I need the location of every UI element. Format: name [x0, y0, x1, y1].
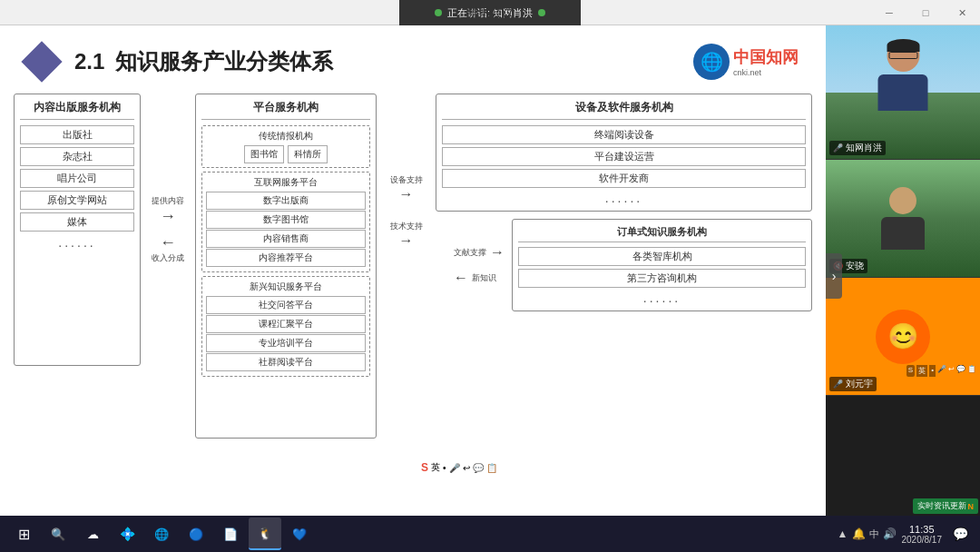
mid-right-connector: 设备支持 → 技术支持 →: [377, 121, 436, 302]
name-label-3: 刘元宇: [846, 378, 873, 390]
subscription-box: 订单式知识服务机构 各类智库机构 第三方咨询机构 ......: [512, 219, 812, 311]
internet-item-1: 数字出版商: [206, 192, 366, 210]
cnki-c: 中国知网: [733, 48, 799, 66]
reaction-s: S: [906, 365, 915, 377]
speaking-dot: [435, 9, 442, 16]
right-box: 设备及软件服务机构 终端阅读设备 平台建设运营 软件开发商 ......: [436, 94, 812, 212]
start-button[interactable]: ⊞: [7, 518, 40, 550]
pinned-app-4[interactable]: 📄: [214, 518, 247, 550]
main-area: 2.1 知识服务产业分类体系 🌐 中国知网 cnki.net: [0, 25, 826, 552]
new-item-4: 社群阅读平台: [206, 353, 366, 371]
taskbar-clock[interactable]: 11:35 2020/8/17: [902, 524, 943, 545]
sub-dots: ......: [518, 291, 806, 305]
task-view-button[interactable]: ☁: [76, 518, 109, 550]
dot-icon: •: [443, 463, 446, 473]
search-button[interactable]: 🔍: [42, 518, 74, 550]
systray-icons: ▲ 🔔 中 🔊: [838, 527, 897, 541]
left-item-5: 媒体: [20, 212, 134, 232]
reaction-msg: 💬: [956, 365, 965, 377]
left-mid-connector: 提供内容 → ← 收入分成: [141, 139, 195, 320]
internet-item-2: 数字图书馆: [206, 211, 366, 229]
return-icon: ↩: [463, 463, 470, 473]
right-section: 设备及软件服务机构 终端阅读设备 平台建设运营 软件开发商 ...... 文献支…: [436, 94, 812, 311]
close-button[interactable]: ✕: [944, 0, 980, 25]
lang-label: 英: [431, 461, 440, 474]
income-label: 收入分成: [152, 252, 184, 264]
pinned-app-2[interactable]: 🌐: [145, 518, 178, 550]
internet-section: 互联网服务平台 数字出版商 数字图书馆 内容销售商 内容推荐平台: [201, 172, 370, 272]
mic-on-icon-3: 🎤: [833, 380, 843, 389]
right-box-title: 设备及软件服务机构: [442, 100, 806, 120]
title-bar: 正在讲话: 知网肖洪 腾讯会议 ─ □ ✕: [0, 0, 980, 25]
new-item-3: 专业培训平台: [206, 334, 366, 352]
internet-item-3: 内容销售商: [206, 230, 366, 248]
slide-title-area: 2.1 知识服务产业分类体系: [27, 47, 333, 76]
participant-video-1: [826, 25, 980, 159]
reaction-dot: •: [929, 365, 936, 377]
taskbar: ⊞ 🔍 ☁ 💠 🌐 🔵 📄 🐧 💙 ▲ 🔔 中 🔊 11:35 2020/8/1…: [0, 516, 980, 552]
sub-item-2: 第三方咨询机构: [518, 269, 806, 288]
notification-center[interactable]: 💬: [947, 518, 973, 550]
doc-support-arrow: 文献支撑 →: [454, 244, 505, 261]
device-label: 设备支持: [390, 174, 423, 186]
reaction-mic: 🎤: [937, 365, 946, 377]
taskbar-time: 11:35: [909, 524, 935, 535]
tray-expand[interactable]: ▲: [838, 527, 848, 540]
glasses-1: [888, 52, 917, 59]
tray-lang[interactable]: 中: [869, 527, 879, 541]
cnki-logo-area: 🌐 中国知网 cnki.net: [693, 44, 799, 80]
device-support: 设备支持 →: [390, 174, 423, 202]
participant-card-2: 🔇 安骁: [826, 160, 980, 278]
news-badge-label: 实时资讯更新: [917, 500, 966, 512]
cnki-globe-icon: 🌐: [693, 44, 730, 80]
person-body-1: [878, 74, 928, 111]
pinned-app-5[interactable]: 🐧: [249, 518, 281, 550]
minimize-button[interactable]: ─: [871, 0, 907, 25]
p2-head: [889, 187, 916, 214]
pinned-app-3[interactable]: 🔵: [180, 518, 212, 550]
cnki-url: cnki.net: [733, 68, 799, 77]
doc-label: 文献支撑: [454, 247, 486, 259]
window-controls: ─ □ ✕: [871, 0, 980, 25]
right-dots: ......: [442, 191, 806, 205]
tech-label: 技术支持: [390, 221, 423, 232]
pinned-app-6[interactable]: 💙: [283, 518, 316, 550]
provide-arrow: 提供内容 →: [152, 195, 184, 226]
news-badge: 实时资讯更新 N: [913, 498, 979, 514]
tech-support: 技术支持 →: [390, 221, 423, 249]
pinned-app-1[interactable]: 💠: [111, 518, 143, 550]
new-section: 新兴知识服务平台 社交问答平台 课程汇聚平台 专业培训平台 社群阅读平台: [201, 276, 370, 377]
app-title: 腾讯会议: [466, 5, 514, 21]
mid-box-title: 平台服务机构: [201, 100, 370, 120]
taskbar-date: 2020/8/17: [902, 535, 943, 545]
sub-item-1: 各类智库机构: [518, 247, 806, 266]
mic-tb-icon: 🎤: [449, 463, 460, 473]
trad-title: 传统情报机构: [206, 130, 366, 143]
news-badge-n: N: [968, 502, 975, 511]
sogou-icon: S: [421, 461, 428, 474]
participant-card-3: 😊 🎤 刘元宇 S 英 • 🎤 ↩ 💬 📋: [826, 278, 980, 396]
left-item-1: 出版社: [20, 125, 134, 144]
p3-avatar: 😊: [876, 310, 930, 364]
expand-panel-button[interactable]: ›: [826, 253, 842, 299]
right-item-2: 平台建设运营: [442, 147, 806, 166]
tray-notify[interactable]: 🔔: [852, 527, 866, 540]
traditional-section: 传统情报机构 图书馆 科情所: [201, 125, 370, 168]
input-toolbar: S 英 • 🎤 ↩ 💬 📋: [417, 459, 501, 476]
taskbar-tray: ▲ 🔔 中 🔊 11:35 2020/8/17 💬: [838, 518, 973, 550]
slide-content: 2.1 知识服务产业分类体系 🌐 中国知网 cnki.net: [0, 25, 826, 516]
participant-name-3: 🎤 刘元宇: [829, 377, 877, 391]
maximize-button[interactable]: □: [907, 0, 944, 25]
internet-title: 互联网服务平台: [206, 176, 366, 189]
sub-arrow-group: 文献支撑 → ← 新知识: [454, 244, 505, 286]
mid-box: 平台服务机构 传统情报机构 图书馆 科情所 互联网服务平台 数字出版商 数字图书…: [195, 94, 377, 439]
diamond-icon: [21, 41, 62, 82]
new-item-1: 社交问答平台: [206, 296, 366, 314]
newknow-label: 新知识: [472, 272, 496, 284]
speaking-dot2: [538, 9, 545, 16]
tray-sound[interactable]: 🔊: [883, 527, 897, 540]
diagram-container: 内容出版服务机构 出版社 杂志社 唱片公司 原创文学网站 媒体 ...... 提…: [0, 89, 826, 470]
p2-body: [881, 217, 925, 250]
new-title: 新兴知识服务平台: [206, 281, 366, 293]
reaction-ret: ↩: [948, 365, 955, 377]
